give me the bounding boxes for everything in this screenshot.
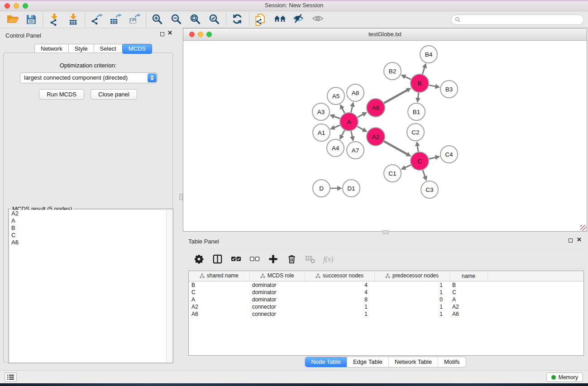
column-header-name[interactable]: name: [449, 271, 488, 281]
graph-node-A1[interactable]: A1: [313, 124, 330, 141]
mcds-result-item[interactable]: A: [10, 217, 167, 224]
graph-edge-A6-B[interactable]: [384, 90, 407, 103]
column-header-predecessor-nodes[interactable]: predecessor nodes: [374, 271, 449, 281]
node-table[interactable]: shared nameMCDS rolesuccessor nodesprede…: [189, 271, 583, 318]
network-graph[interactable]: B4B2BB3A5A8A6A3B1AA1C2A2A4A7C4CC1C3DD1: [183, 40, 587, 231]
graph-node-A4[interactable]: A4: [327, 139, 344, 157]
zoom-out-button[interactable]: [167, 12, 186, 27]
vertical-split-handle[interactable]: [382, 230, 389, 234]
graph-node-B1[interactable]: B1: [408, 103, 425, 120]
graph-edge-C-C2[interactable]: [417, 146, 418, 152]
column-visibility-button[interactable]: [211, 253, 223, 265]
graph-node-A6[interactable]: A6: [367, 99, 385, 117]
mcds-result-item[interactable]: B: [10, 224, 167, 232]
table-row[interactable]: Adominator80A: [189, 296, 583, 303]
export-image-button[interactable]: [125, 12, 144, 27]
graph-node-A8[interactable]: A8: [347, 84, 364, 101]
optimization-criterion-select[interactable]: largest connected component (directed): [20, 72, 158, 83]
graph-edge-A-A8[interactable]: [351, 106, 352, 112]
graph-node-D1[interactable]: D1: [343, 180, 360, 197]
graph-node-C1[interactable]: C1: [384, 165, 401, 182]
open-file-button[interactable]: [3, 12, 22, 27]
float-table-panel-icon[interactable]: [569, 238, 573, 243]
deselect-all-rows-button[interactable]: [249, 253, 260, 265]
export-network-button[interactable]: [87, 12, 106, 27]
graph-edge-B-B1[interactable]: [418, 93, 418, 98]
graph-edge-A-A5[interactable]: [342, 108, 345, 114]
graph-edge-A-A4[interactable]: [342, 130, 345, 136]
hide-graphics-details-button[interactable]: [289, 12, 308, 27]
refresh-layout-button[interactable]: [228, 12, 247, 27]
mcds-result-item[interactable]: A2: [10, 210, 167, 217]
graph-edge-A-A7[interactable]: [351, 131, 353, 137]
graph-node-C2[interactable]: C2: [407, 124, 424, 141]
mcds-result-item[interactable]: A6: [10, 239, 167, 246]
graph-node-C[interactable]: C: [411, 152, 429, 170]
column-header-shared-name[interactable]: shared name: [189, 271, 249, 281]
export-table-button[interactable]: [106, 12, 125, 27]
show-panels-button[interactable]: [5, 372, 17, 382]
table-row[interactable]: Bdominator41B: [189, 281, 583, 289]
search-input[interactable]: [461, 16, 583, 24]
graph-node-A3[interactable]: A3: [312, 103, 330, 120]
graph-edge-C-C3[interactable]: [423, 170, 425, 177]
graph-edge-B-B4[interactable]: [422, 67, 425, 74]
zoom-fit-button[interactable]: [186, 12, 205, 27]
graph-node-A7[interactable]: A7: [347, 142, 364, 159]
table-header-row[interactable]: shared nameMCDS rolesuccessor nodesprede…: [189, 271, 583, 281]
zoom-in-button[interactable]: [148, 12, 167, 27]
graph-edge-A-A1[interactable]: [334, 125, 340, 128]
column-header-MCDS-role[interactable]: MCDS role: [249, 271, 305, 281]
duplicate-network-button[interactable]: [251, 12, 270, 27]
graph-edge-A-A2[interactable]: [357, 126, 363, 130]
search-field[interactable]: [451, 14, 584, 25]
import-network-button[interactable]: [45, 12, 64, 27]
table-row[interactable]: A6connector11A6: [189, 310, 583, 318]
result-scrollbar[interactable]: [166, 210, 172, 362]
graph-node-B[interactable]: B: [411, 74, 429, 92]
table-settings-gear-button[interactable]: [193, 253, 205, 265]
close-panel-button[interactable]: Close panel: [91, 89, 137, 100]
graph-edge-C-C1[interactable]: [405, 165, 411, 168]
graph-node-A5[interactable]: A5: [327, 87, 344, 105]
close-panel-icon[interactable]: ✕: [167, 30, 172, 35]
window-resize-grip[interactable]: [580, 225, 586, 231]
network-window-titlebar[interactable]: testGlobe.txt: [183, 29, 587, 41]
graph-edge-B-B3[interactable]: [429, 85, 436, 86]
graph-edge-A-A6[interactable]: [358, 114, 363, 117]
new-column-button[interactable]: [267, 253, 279, 265]
graph-node-B4[interactable]: B4: [420, 46, 437, 63]
select-all-rows-button[interactable]: [230, 253, 242, 265]
mcds-result-item[interactable]: C: [10, 232, 167, 239]
memory-button[interactable]: Memory: [546, 372, 583, 382]
delete-columns-button[interactable]: [286, 253, 297, 265]
tab-node-table[interactable]: Node Table: [305, 357, 347, 367]
graph-node-A2[interactable]: A2: [367, 128, 385, 146]
network-canvas[interactable]: B4B2BB3A5A8A6A3B1AA1C2A2A4A7C4CC1C3DD1: [183, 40, 587, 231]
cybrowser-home-button[interactable]: [270, 12, 289, 27]
save-session-button[interactable]: [22, 12, 41, 27]
table-row[interactable]: A2connector11A2: [189, 303, 583, 310]
graph-node-B2[interactable]: B2: [384, 62, 401, 80]
graph-edge-C-C4[interactable]: [429, 157, 435, 159]
column-header-successor-nodes[interactable]: successor nodes: [305, 271, 374, 281]
mcds-result-list[interactable]: A2ABCA6: [10, 210, 167, 362]
tab-motifs[interactable]: Motifs: [438, 357, 466, 367]
graph-node-A[interactable]: A: [340, 113, 358, 131]
graph-node-B3[interactable]: B3: [440, 81, 458, 98]
zoom-selected-button[interactable]: [205, 12, 224, 27]
graph-node-C4[interactable]: C4: [440, 146, 458, 163]
run-mcds-button[interactable]: Run MCDS: [39, 89, 84, 100]
float-panel-icon[interactable]: [160, 32, 164, 36]
close-table-panel-icon[interactable]: ✕: [577, 237, 582, 242]
graph-edge-A-A3[interactable]: [334, 116, 340, 119]
tab-network-table[interactable]: Network Table: [388, 357, 438, 367]
horizontal-split-handle[interactable]: [179, 194, 183, 200]
import-table-button[interactable]: [64, 12, 83, 27]
graph-node-C3[interactable]: C3: [421, 181, 438, 198]
graph-edge-A2-C[interactable]: [384, 141, 407, 154]
graph-node-D[interactable]: D: [313, 180, 330, 197]
table-row[interactable]: Cdominator41C: [189, 289, 583, 296]
tab-edge-table[interactable]: Edge Table: [347, 357, 388, 367]
tab-mcds[interactable]: MCDS: [122, 44, 152, 54]
